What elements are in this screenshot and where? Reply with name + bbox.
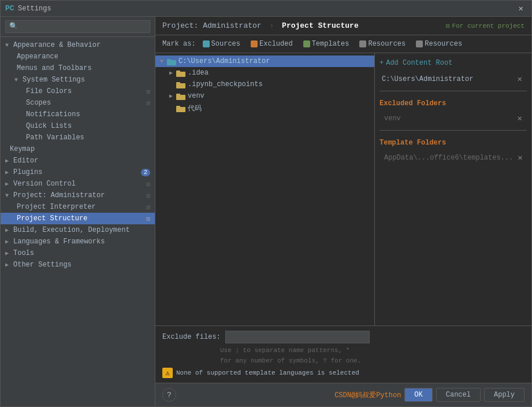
file-tree: ▼ C:\Users\Administrator ▶ bbox=[155, 53, 375, 325]
svg-rect-0 bbox=[167, 60, 176, 65]
sidebar-item-menus-toolbars[interactable]: Menus and Toolbars bbox=[1, 62, 155, 74]
sidebar-nav: Appearance & Behavior Appearance Menus a… bbox=[1, 37, 155, 406]
sidebar-item-other-settings[interactable]: Other Settings bbox=[1, 259, 155, 271]
svg-rect-8 bbox=[176, 107, 185, 112]
expand-icon bbox=[5, 193, 11, 199]
sidebar-item-label: Tools bbox=[13, 249, 34, 257]
mark-sources-button[interactable]: Sources bbox=[199, 39, 244, 49]
sidebar-item-label: Menus and Toolbars bbox=[17, 64, 92, 72]
sidebar-item-label: Appearance bbox=[17, 53, 58, 61]
sidebar-item-scopes[interactable]: Scopes ⊡ bbox=[1, 97, 155, 109]
sidebar-item-system-settings[interactable]: System Settings bbox=[1, 74, 155, 86]
add-content-root-label: Add Content Root bbox=[386, 59, 452, 67]
mark-excluded-button[interactable]: Excluded bbox=[247, 39, 296, 49]
tree-item-ipynb[interactable]: ▶ .ipynb_checkpoints bbox=[155, 79, 374, 90]
copy-icon: ⊡ bbox=[146, 192, 150, 199]
svg-rect-6 bbox=[176, 95, 185, 100]
excluded-path-text: venv bbox=[382, 114, 403, 123]
remove-template-button[interactable]: ✕ bbox=[515, 153, 524, 162]
sidebar-item-build-execution[interactable]: Build, Execution, Deployment bbox=[1, 224, 155, 236]
mark-resources2-button[interactable]: Resources bbox=[412, 39, 466, 49]
tree-expand-icon[interactable]: ▶ bbox=[169, 69, 176, 76]
expand-icon bbox=[5, 42, 11, 49]
mark-resources-button[interactable]: Resources bbox=[356, 39, 409, 49]
sidebar-item-project-interpreter[interactable]: Project Interpreter ⊡ bbox=[1, 201, 155, 213]
sidebar-item-plugins[interactable]: Plugins 2 bbox=[1, 166, 155, 178]
copy-icon: ⊡ bbox=[146, 215, 150, 223]
tree-item-label: .idea bbox=[188, 69, 209, 77]
sidebar-item-appearance[interactable]: Appearance bbox=[1, 51, 155, 62]
close-button[interactable]: ✕ bbox=[515, 2, 527, 14]
tree-item-root[interactable]: ▼ C:\Users\Administrator bbox=[155, 56, 374, 67]
copy-icon: ⊡ bbox=[146, 88, 150, 95]
help-button[interactable]: ? bbox=[162, 388, 176, 402]
svg-rect-4 bbox=[176, 83, 185, 88]
tree-item-venv[interactable]: ▶ venv bbox=[155, 90, 374, 102]
exclude-files-input[interactable] bbox=[225, 331, 370, 343]
search-box bbox=[1, 17, 155, 37]
sidebar-item-languages-frameworks[interactable]: Languages & Frameworks bbox=[1, 236, 155, 247]
sidebar-item-project-structure[interactable]: Project Structure ⊡ bbox=[1, 213, 155, 224]
tree-item-daima[interactable]: ▶ 代码 bbox=[155, 102, 374, 115]
mark-templates-button[interactable]: Templates bbox=[300, 39, 353, 49]
tree-item-label: .ipynb_checkpoints bbox=[188, 80, 263, 88]
sidebar-item-label: Keymap bbox=[10, 145, 35, 153]
expand-icon bbox=[5, 250, 11, 257]
main-content: Appearance & Behavior Appearance Menus a… bbox=[1, 17, 531, 406]
window-title: Settings bbox=[18, 5, 515, 13]
tree-expand-icon[interactable]: ▶ bbox=[169, 92, 176, 99]
sidebar-item-tools[interactable]: Tools bbox=[1, 247, 155, 259]
sidebar-item-label: Scopes bbox=[26, 99, 51, 107]
expand-icon bbox=[5, 261, 11, 268]
sidebar-item-appearance-behavior[interactable]: Appearance & Behavior bbox=[1, 39, 155, 51]
svg-rect-7 bbox=[176, 94, 180, 95]
watermark-text: CSDN@妈叔爱Python bbox=[334, 390, 401, 400]
excluded-label: Excluded bbox=[259, 40, 293, 48]
sidebar-item-editor[interactable]: Editor bbox=[1, 155, 155, 166]
tree-item-idea[interactable]: ▶ .idea bbox=[155, 67, 374, 79]
exclude-files-label: Exclude files: bbox=[162, 333, 221, 341]
tree-item-label: venv bbox=[188, 92, 204, 100]
warning-bar: ⚠ None of supported template languages i… bbox=[162, 368, 524, 378]
sidebar-item-keymap[interactable]: Keymap bbox=[1, 143, 155, 155]
expand-icon bbox=[5, 157, 11, 164]
folder-icon bbox=[167, 58, 176, 65]
remove-root-button[interactable]: ✕ bbox=[515, 74, 524, 84]
add-content-root-button[interactable]: + Add Content Root bbox=[380, 58, 527, 68]
sidebar-item-project-administrator[interactable]: Project: Administrator ⊡ bbox=[1, 190, 155, 201]
expand-icon bbox=[5, 180, 11, 187]
sidebar-item-label: System Settings bbox=[23, 76, 85, 84]
sidebar-item-label: Editor bbox=[13, 157, 38, 165]
tree-expand-icon[interactable]: ▼ bbox=[160, 58, 167, 65]
sidebar: Appearance & Behavior Appearance Menus a… bbox=[1, 17, 155, 406]
templates-label: Templates bbox=[312, 40, 349, 48]
panel-header: Project: Administrator › Project Structu… bbox=[155, 17, 531, 35]
search-input[interactable] bbox=[5, 20, 150, 33]
breadcrumb-project: Project: Administrator bbox=[162, 21, 262, 30]
content-area: ▼ C:\Users\Administrator ▶ bbox=[155, 53, 531, 325]
sidebar-item-label: Other Settings bbox=[13, 261, 72, 269]
expand-icon bbox=[5, 238, 11, 245]
sidebar-item-version-control[interactable]: Version Control ⊡ bbox=[1, 178, 155, 190]
cancel-button[interactable]: Cancel bbox=[436, 388, 481, 402]
sidebar-item-label: Notifications bbox=[26, 110, 80, 119]
sidebar-item-label: Version Control bbox=[13, 180, 76, 188]
ok-button[interactable]: OK bbox=[404, 388, 432, 402]
sidebar-item-file-colors[interactable]: File Colors ⊡ bbox=[1, 86, 155, 97]
expand-icon bbox=[5, 169, 11, 176]
sidebar-item-notifications[interactable]: Notifications bbox=[1, 109, 155, 120]
apply-button[interactable]: Apply bbox=[484, 388, 524, 402]
warning-text: None of supported template languages is … bbox=[176, 369, 359, 376]
resources2-color-dot bbox=[416, 40, 423, 47]
sidebar-item-label: Languages & Frameworks bbox=[13, 238, 105, 246]
sidebar-item-label: Build, Execution, Deployment bbox=[13, 226, 130, 234]
mark-as-bar: Mark as: Sources Excluded Templates Reso… bbox=[155, 35, 531, 53]
breadcrumb-separator: › bbox=[269, 21, 274, 30]
right-panel: Project: Administrator › Project Structu… bbox=[155, 17, 531, 406]
remove-excluded-button[interactable]: ✕ bbox=[515, 113, 524, 123]
title-bar: PC Settings ✕ bbox=[1, 1, 531, 17]
excluded-path-entry: venv ✕ bbox=[380, 112, 527, 124]
sidebar-item-path-variables[interactable]: Path Variables bbox=[1, 132, 155, 143]
resources-label: Resources bbox=[368, 40, 405, 48]
sidebar-item-quick-lists[interactable]: Quick Lists bbox=[1, 120, 155, 132]
